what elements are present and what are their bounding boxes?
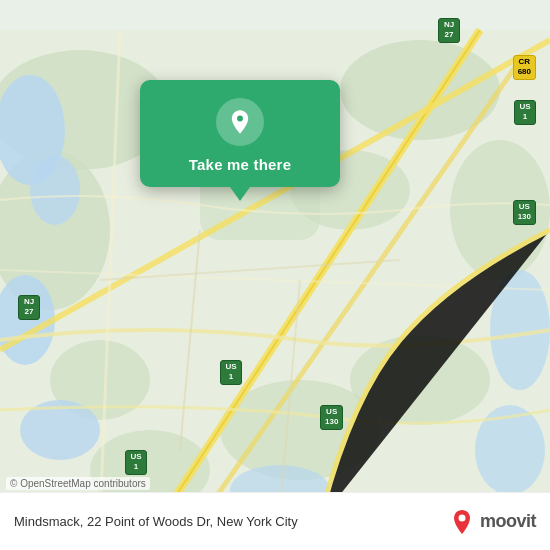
popup-card[interactable]: Take me there: [140, 80, 340, 187]
road-badge-us1-mid: US1: [220, 360, 242, 385]
road-badge-cr680: CR680: [513, 55, 536, 80]
road-badge-us1-bottom: US1: [125, 450, 147, 475]
svg-point-28: [237, 116, 243, 122]
address-text: Mindsmack, 22 Point of Woods Dr, New Yor…: [14, 514, 448, 529]
road-badge-us130-right: US130: [513, 200, 536, 225]
moovit-text: moovit: [480, 511, 536, 532]
map-attribution: © OpenStreetMap contributors: [6, 477, 150, 490]
svg-point-29: [458, 514, 465, 521]
road-badge-nj27-top: NJ27: [438, 18, 460, 43]
popup-label: Take me there: [189, 156, 291, 173]
popup-icon: [216, 98, 264, 146]
road-badge-us130-mid: US130: [320, 405, 343, 430]
road-badge-us1-top: US1: [514, 100, 536, 125]
moovit-logo: moovit: [448, 508, 536, 536]
map-container: NJ27 CR680 US1 US130 NJ27 US1 US130 US1 …: [0, 0, 550, 550]
svg-point-12: [30, 155, 80, 225]
road-badge-nj27-left: NJ27: [18, 295, 40, 320]
bottom-bar: Mindsmack, 22 Point of Woods Dr, New Yor…: [0, 492, 550, 550]
moovit-pin-icon: [448, 508, 476, 536]
